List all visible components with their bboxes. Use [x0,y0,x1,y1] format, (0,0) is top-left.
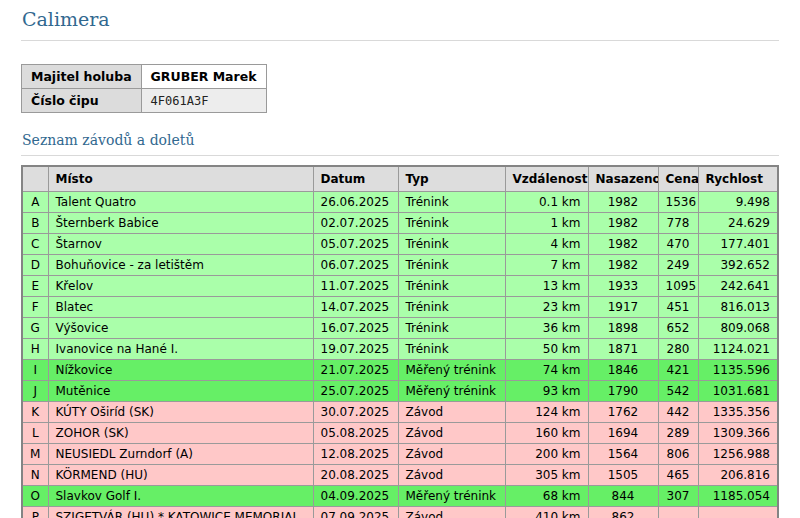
race-row-O: OSlavkov Golf I.04.09.2025Měřený trénink… [22,486,778,507]
cell-key: I [22,360,48,381]
cell-place: Talent Quatro [48,192,313,213]
cell-place: Křelov [48,276,313,297]
cell-place: Blatec [48,297,313,318]
race-row-M: MNEUSIEDL Zurndorf (A)12.08.2025Závod200… [22,444,778,465]
column-header-vzdalenost: Vzdálenost [505,166,588,192]
cell-place: Bohuňovice - za letištěm [48,255,313,276]
cell-place: Výšovice [48,318,313,339]
cell-speed: 206.816 [698,465,778,486]
cell-place: Ivanovice na Hané I. [48,339,313,360]
page: Calimera Majitel holuba GRUBER Marek Čís… [0,0,800,518]
race-row-I: INížkovice21.07.2025Měřený trénink74 km1… [22,360,778,381]
cell-prize: 652 [658,318,698,339]
cell-speed: 809.068 [698,318,778,339]
cell-prize: 442 [658,402,698,423]
column-header-datum: Datum [313,166,398,192]
cell-date: 14.07.2025 [313,297,398,318]
cell-type: Závod [398,507,505,518]
owner-label: Majitel holuba [22,65,142,89]
cell-prize: 1536 [658,192,698,213]
race-row-D: DBohuňovice - za letištěm06.07.2025Tréni… [22,255,778,276]
cell-place: Nížkovice [48,360,313,381]
column-header-cena: Cena [658,166,698,192]
race-row-K: KKÚTY Oširíd (SK)30.07.2025Závod124 km17… [22,402,778,423]
cell-key: K [22,402,48,423]
cell-entered: 1846 [588,360,658,381]
cell-key: G [22,318,48,339]
race-row-B: BŠternberk Babice02.07.2025Trénink1 km19… [22,213,778,234]
cell-date: 25.07.2025 [313,381,398,402]
races-table: Místo Datum Typ Vzdálenost Nasazeno Cena… [21,165,779,518]
cell-type: Trénink [398,318,505,339]
cell-distance: 4 km [505,234,588,255]
cell-key: J [22,381,48,402]
cell-key: F [22,297,48,318]
cell-distance: 23 km [505,297,588,318]
cell-place: Slavkov Golf I. [48,486,313,507]
cell-distance: 305 km [505,465,588,486]
cell-distance: 410 km [505,507,588,518]
cell-type: Závod [398,423,505,444]
cell-date: 11.07.2025 [313,276,398,297]
cell-type: Měřený trénink [398,486,505,507]
cell-prize: 451 [658,297,698,318]
cell-date: 12.08.2025 [313,444,398,465]
race-row-J: JMutěnice25.07.2025Měřený trénink93 km17… [22,381,778,402]
cell-speed: 1135.596 [698,360,778,381]
cell-key: M [22,444,48,465]
cell-date: 06.07.2025 [313,255,398,276]
cell-key: H [22,339,48,360]
cell-place: ZOHOR (SK) [48,423,313,444]
section-heading: Seznam závodů a doletů [21,132,779,156]
owner-info-table: Majitel holuba GRUBER Marek Číslo čipu 4… [21,64,267,113]
cell-speed: 9.498 [698,192,778,213]
race-row-A: ATalent Quatro26.06.2025Trénink0.1 km198… [22,192,778,213]
cell-entered: 1694 [588,423,658,444]
page-title: Calimera [21,6,779,41]
race-row-H: HIvanovice na Hané I.19.07.2025Trénink50… [22,339,778,360]
cell-date: 02.07.2025 [313,213,398,234]
owner-row: Majitel holuba GRUBER Marek [22,65,267,89]
race-row-G: GVýšovice16.07.2025Trénink36 km189865280… [22,318,778,339]
cell-entered: 1762 [588,402,658,423]
cell-key: E [22,276,48,297]
cell-key: C [22,234,48,255]
races-table-header: Místo Datum Typ Vzdálenost Nasazeno Cena… [22,166,778,192]
cell-type: Trénink [398,276,505,297]
cell-key: B [22,213,48,234]
race-row-L: LZOHOR (SK)05.08.2025Závod160 km16942891… [22,423,778,444]
cell-entered: 1564 [588,444,658,465]
cell-prize: 465 [658,465,698,486]
cell-entered: 1898 [588,318,658,339]
cell-date: 21.07.2025 [313,360,398,381]
cell-type: Měřený trénink [398,381,505,402]
column-header-rychlost: Rychlost [698,166,778,192]
column-header-nasazeno: Nasazeno [588,166,658,192]
cell-distance: 7 km [505,255,588,276]
chip-value: 4F061A3F [141,89,266,113]
cell-type: Trénink [398,297,505,318]
cell-key: P [22,507,48,518]
cell-key: D [22,255,48,276]
chip-row: Číslo čipu 4F061A3F [22,89,267,113]
cell-type: Závod [398,444,505,465]
cell-type: Trénink [398,255,505,276]
cell-type: Závod [398,465,505,486]
cell-prize: 1095 [658,276,698,297]
cell-prize [658,507,698,518]
cell-speed [698,507,778,518]
cell-date: 20.08.2025 [313,465,398,486]
owner-value: GRUBER Marek [141,65,266,89]
cell-entered: 1982 [588,192,658,213]
cell-prize: 280 [658,339,698,360]
cell-speed: 24.629 [698,213,778,234]
cell-place: Šternberk Babice [48,213,313,234]
race-row-C: CŠtarnov05.07.2025Trénink4 km1982470177.… [22,234,778,255]
race-row-N: NKÖRMEND (HU)20.08.2025Závod305 km150546… [22,465,778,486]
cell-speed: 1185.054 [698,486,778,507]
cell-speed: 1124.021 [698,339,778,360]
cell-speed: 1031.681 [698,381,778,402]
cell-entered: 1982 [588,213,658,234]
cell-distance: 200 km [505,444,588,465]
cell-date: 30.07.2025 [313,402,398,423]
